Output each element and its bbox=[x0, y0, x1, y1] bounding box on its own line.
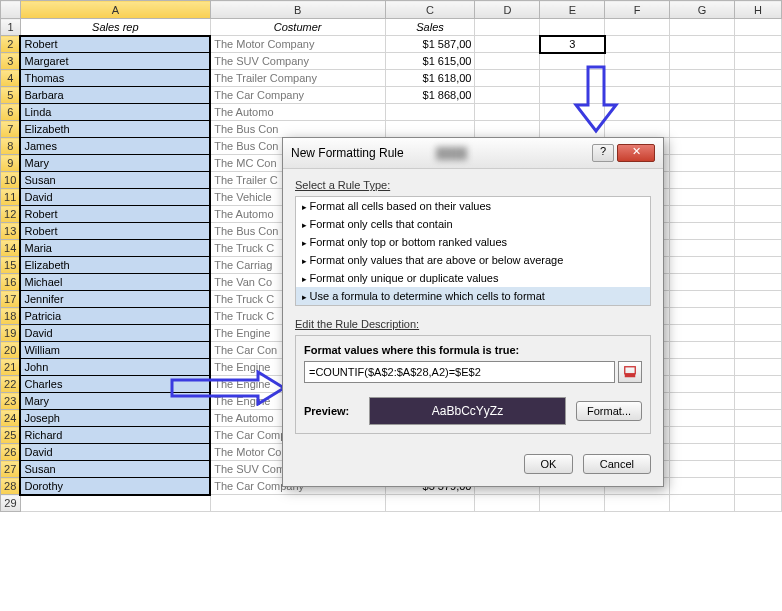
cell-sales-rep[interactable]: Thomas bbox=[20, 70, 210, 87]
cell[interactable] bbox=[670, 172, 735, 189]
cell[interactable] bbox=[475, 53, 540, 70]
row-header[interactable]: 28 bbox=[1, 478, 21, 495]
cell[interactable] bbox=[670, 308, 735, 325]
cell[interactable] bbox=[670, 444, 735, 461]
row-header[interactable]: 5 bbox=[1, 87, 21, 104]
cell-sales-rep[interactable]: Joseph bbox=[20, 410, 210, 427]
cell-sales[interactable]: $1 618,00 bbox=[385, 70, 475, 87]
cell-sales-rep[interactable]: Jennifer bbox=[20, 291, 210, 308]
cell[interactable] bbox=[475, 104, 540, 121]
rule-type-item[interactable]: Format all cells based on their values bbox=[296, 197, 650, 215]
cell[interactable] bbox=[670, 461, 735, 478]
row-header[interactable]: 1 bbox=[1, 19, 21, 36]
cell[interactable] bbox=[735, 393, 782, 410]
cell-sales[interactable]: $1 868,00 bbox=[385, 87, 475, 104]
formula-input[interactable] bbox=[304, 361, 615, 383]
cell-H1[interactable] bbox=[735, 19, 782, 36]
cell[interactable] bbox=[735, 444, 782, 461]
row-header[interactable]: 26 bbox=[1, 444, 21, 461]
cell-sales-rep[interactable]: David bbox=[20, 325, 210, 342]
cell[interactable] bbox=[735, 274, 782, 291]
cell[interactable] bbox=[475, 70, 540, 87]
cell[interactable] bbox=[670, 223, 735, 240]
cell[interactable] bbox=[735, 189, 782, 206]
cell-E1[interactable] bbox=[540, 19, 605, 36]
cell-sales[interactable]: $1 615,00 bbox=[385, 53, 475, 70]
cell[interactable] bbox=[735, 121, 782, 138]
cell[interactable] bbox=[475, 36, 540, 53]
cell-customer[interactable]: The Trailer Company bbox=[210, 70, 385, 87]
cell[interactable] bbox=[210, 495, 385, 512]
row-header[interactable]: 23 bbox=[1, 393, 21, 410]
cell[interactable] bbox=[670, 495, 735, 512]
cell-sales-rep[interactable]: Michael bbox=[20, 274, 210, 291]
select-all-corner[interactable] bbox=[1, 1, 21, 19]
help-button[interactable]: ? bbox=[592, 144, 614, 162]
cell[interactable] bbox=[670, 376, 735, 393]
cell[interactable] bbox=[670, 410, 735, 427]
cell-sales-rep[interactable]: Maria bbox=[20, 240, 210, 257]
cell-sales-rep[interactable]: Susan bbox=[20, 172, 210, 189]
cell-customer[interactable]: The Car Company bbox=[210, 87, 385, 104]
cell[interactable] bbox=[670, 291, 735, 308]
cell-customer[interactable]: The Bus Con bbox=[210, 121, 385, 138]
cell[interactable] bbox=[735, 359, 782, 376]
cell[interactable] bbox=[475, 87, 540, 104]
row-header[interactable]: 20 bbox=[1, 342, 21, 359]
rule-type-item[interactable]: Use a formula to determine which cells t… bbox=[296, 287, 650, 305]
cell[interactable] bbox=[735, 461, 782, 478]
col-header-C[interactable]: C bbox=[385, 1, 475, 19]
cell-sales-rep[interactable]: Barbara bbox=[20, 87, 210, 104]
row-header[interactable]: 14 bbox=[1, 240, 21, 257]
cell[interactable] bbox=[670, 70, 735, 87]
cell-sales-rep[interactable]: Elizabeth bbox=[20, 257, 210, 274]
cell-sales-rep[interactable]: Margaret bbox=[20, 53, 210, 70]
row-header[interactable]: 25 bbox=[1, 427, 21, 444]
cell-customer[interactable]: The Automo bbox=[210, 104, 385, 121]
col-header-G[interactable]: G bbox=[670, 1, 735, 19]
col-header-H[interactable]: H bbox=[735, 1, 782, 19]
cell[interactable] bbox=[735, 342, 782, 359]
cell-sales-rep[interactable]: David bbox=[20, 444, 210, 461]
cell-sales-rep[interactable]: Dorothy bbox=[20, 478, 210, 495]
cell[interactable] bbox=[735, 206, 782, 223]
cell[interactable] bbox=[735, 427, 782, 444]
cell[interactable] bbox=[735, 478, 782, 495]
dialog-titlebar[interactable]: New Formatting Rule ████ ? ✕ bbox=[283, 138, 663, 169]
row-header[interactable]: 15 bbox=[1, 257, 21, 274]
active-cell-E2[interactable]: 3 bbox=[540, 36, 605, 53]
cell[interactable] bbox=[670, 427, 735, 444]
row-header[interactable]: 10 bbox=[1, 172, 21, 189]
row-header[interactable]: 6 bbox=[1, 104, 21, 121]
cell[interactable] bbox=[735, 172, 782, 189]
row-header[interactable]: 24 bbox=[1, 410, 21, 427]
cell[interactable] bbox=[670, 342, 735, 359]
row-header[interactable]: 12 bbox=[1, 206, 21, 223]
cell[interactable] bbox=[605, 495, 670, 512]
cell[interactable] bbox=[20, 495, 210, 512]
cell[interactable] bbox=[670, 104, 735, 121]
cell-sales[interactable]: $1 587,00 bbox=[385, 36, 475, 53]
cell-customer[interactable]: The SUV Company bbox=[210, 53, 385, 70]
col-header-B[interactable]: B bbox=[210, 1, 385, 19]
row-header[interactable]: 13 bbox=[1, 223, 21, 240]
cell[interactable] bbox=[670, 359, 735, 376]
cell-sales[interactable] bbox=[385, 121, 475, 138]
cell[interactable] bbox=[385, 495, 475, 512]
col-header-A[interactable]: A bbox=[20, 1, 210, 19]
cell[interactable] bbox=[735, 53, 782, 70]
cell-sales-rep[interactable]: Robert bbox=[20, 223, 210, 240]
cell-C1[interactable]: Sales bbox=[385, 19, 475, 36]
cell[interactable] bbox=[670, 189, 735, 206]
cell[interactable] bbox=[670, 87, 735, 104]
row-header[interactable]: 8 bbox=[1, 138, 21, 155]
cell-sales-rep[interactable]: William bbox=[20, 342, 210, 359]
cell-sales-rep[interactable]: James bbox=[20, 138, 210, 155]
cell-sales-rep[interactable]: Robert bbox=[20, 206, 210, 223]
cell[interactable] bbox=[670, 478, 735, 495]
rule-type-item[interactable]: Format only unique or duplicate values bbox=[296, 269, 650, 287]
cell-F1[interactable] bbox=[605, 19, 670, 36]
cell-A1[interactable]: Sales rep bbox=[20, 19, 210, 36]
cell[interactable] bbox=[735, 70, 782, 87]
cell[interactable] bbox=[670, 53, 735, 70]
